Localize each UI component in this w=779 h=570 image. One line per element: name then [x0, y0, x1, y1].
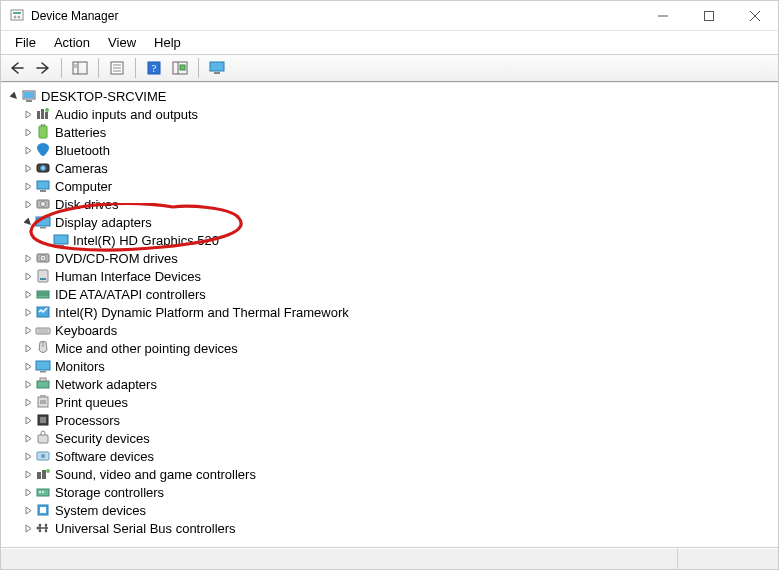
tree-category-node[interactable]: Batteries — [21, 123, 776, 141]
expand-icon[interactable] — [21, 143, 35, 157]
tree-category-node[interactable]: Cameras — [21, 159, 776, 177]
category-icon — [35, 196, 51, 212]
menu-help[interactable]: Help — [146, 33, 189, 52]
toolbar-separator — [98, 58, 99, 78]
tree-category-node[interactable]: Security devices — [21, 429, 776, 447]
statusbar — [1, 547, 778, 569]
svg-rect-27 — [41, 109, 44, 119]
tree-root-node[interactable]: DESKTOP-SRCVIME — [3, 87, 776, 105]
menubar: File Action View Help — [1, 31, 778, 54]
expand-icon[interactable] — [21, 179, 35, 193]
svg-rect-47 — [40, 278, 46, 280]
tree-category-node[interactable]: Mice and other pointing devices — [21, 339, 776, 357]
category-label: Audio inputs and outputs — [55, 107, 198, 122]
collapse-icon[interactable] — [21, 215, 35, 229]
expand-icon[interactable] — [21, 197, 35, 211]
category-icon — [35, 430, 51, 446]
tree-category-node[interactable]: Storage controllers — [21, 483, 776, 501]
menu-view[interactable]: View — [100, 33, 144, 52]
svg-rect-32 — [44, 124, 46, 126]
svg-point-45 — [42, 257, 44, 259]
help-button[interactable]: ? — [142, 57, 166, 79]
tree-device-node[interactable]: Intel(R) HD Graphics 520 — [39, 231, 776, 249]
category-icon — [35, 394, 51, 410]
expand-icon[interactable] — [21, 287, 35, 301]
root-label: DESKTOP-SRCVIME — [41, 89, 166, 104]
menu-action[interactable]: Action — [46, 33, 98, 52]
expand-icon[interactable] — [21, 107, 35, 121]
minimize-button[interactable] — [640, 1, 686, 31]
tree-category-node[interactable]: Universal Serial Bus controllers — [21, 519, 776, 537]
expand-icon[interactable] — [21, 341, 35, 355]
expand-icon[interactable] — [21, 395, 35, 409]
back-button[interactable] — [5, 57, 29, 79]
expand-icon[interactable] — [21, 359, 35, 373]
tree-category-node[interactable]: Disk drives — [21, 195, 776, 213]
svg-rect-31 — [41, 124, 43, 126]
toolbar-separator — [61, 58, 62, 78]
device-tree-area[interactable]: DESKTOP-SRCVIME Audio inputs and outputs… — [1, 82, 778, 547]
menu-file[interactable]: File — [7, 33, 44, 52]
tree-category-node[interactable]: Bluetooth — [21, 141, 776, 159]
tree-category-node[interactable]: DVD/CD-ROM drives — [21, 249, 776, 267]
category-label: Mice and other pointing devices — [55, 341, 238, 356]
tree-category-node[interactable]: Processors — [21, 411, 776, 429]
svg-rect-64 — [40, 417, 46, 423]
category-icon — [35, 286, 51, 302]
tree-category-node[interactable]: Computer — [21, 177, 776, 195]
svg-rect-59 — [40, 378, 46, 381]
tree-category-node[interactable]: Intel(R) Dynamic Platform and Thermal Fr… — [21, 303, 776, 321]
category-label: Display adapters — [55, 215, 152, 230]
tree-category-node[interactable]: Audio inputs and outputs — [21, 105, 776, 123]
category-icon — [35, 520, 51, 536]
category-label: Security devices — [55, 431, 150, 446]
expander-spacer — [39, 233, 53, 247]
category-label: Processors — [55, 413, 120, 428]
expand-icon[interactable] — [21, 269, 35, 283]
expand-icon[interactable] — [21, 161, 35, 175]
expand-icon[interactable] — [21, 125, 35, 139]
forward-button[interactable] — [31, 57, 55, 79]
tree-category-node[interactable]: Keyboards — [21, 321, 776, 339]
tree-category-node[interactable]: IDE ATA/ATAPI controllers — [21, 285, 776, 303]
statusbar-cell — [1, 548, 678, 569]
expand-icon[interactable] — [21, 305, 35, 319]
expand-icon[interactable] — [21, 467, 35, 481]
tree-category-node[interactable]: Network adapters — [21, 375, 776, 393]
expand-icon[interactable] — [21, 323, 35, 337]
tree-category-node[interactable]: Sound, video and game controllers — [21, 465, 776, 483]
expand-icon[interactable] — [21, 503, 35, 517]
expand-icon[interactable] — [21, 413, 35, 427]
expand-icon[interactable] — [21, 377, 35, 391]
tree-category-node[interactable]: System devices — [21, 501, 776, 519]
expand-icon[interactable] — [21, 485, 35, 499]
expand-icon[interactable] — [21, 431, 35, 445]
monitor-button[interactable] — [205, 57, 229, 79]
category-label: Network adapters — [55, 377, 157, 392]
expand-icon[interactable] — [21, 449, 35, 463]
category-label: Software devices — [55, 449, 154, 464]
properties-button[interactable] — [105, 57, 129, 79]
svg-point-29 — [45, 108, 49, 112]
statusbar-cell — [678, 548, 778, 569]
tree-category-node[interactable]: Software devices — [21, 447, 776, 465]
svg-rect-56 — [36, 361, 50, 370]
expand-icon[interactable] — [7, 89, 21, 103]
tree-category-node[interactable]: Display adapters — [21, 213, 776, 231]
show-hide-console-tree-button[interactable] — [68, 57, 92, 79]
expand-icon[interactable] — [21, 521, 35, 535]
tree-category-node[interactable]: Human Interface Devices — [21, 267, 776, 285]
scan-hardware-button[interactable] — [168, 57, 192, 79]
svg-point-38 — [41, 202, 46, 207]
close-button[interactable] — [732, 1, 778, 31]
svg-point-78 — [39, 530, 42, 533]
tree-category-node[interactable]: Print queues — [21, 393, 776, 411]
maximize-button[interactable] — [686, 1, 732, 31]
category-icon — [35, 250, 51, 266]
category-label: Monitors — [55, 359, 105, 374]
tree-category-node[interactable]: Monitors — [21, 357, 776, 375]
svg-rect-57 — [40, 371, 46, 373]
expand-icon[interactable] — [21, 251, 35, 265]
category-icon — [35, 124, 51, 140]
svg-rect-42 — [58, 245, 64, 247]
